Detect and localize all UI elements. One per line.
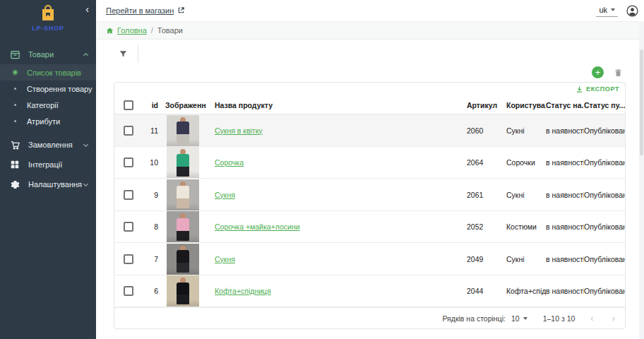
apps-icon [8,160,21,170]
next-page-button[interactable]: › [612,313,615,323]
add-product-button[interactable]: + [592,66,604,78]
table-row: 11 Сукня в квітку 2060 Сукні в наявності… [114,114,625,146]
row-publish-status: Опубліковано [584,222,625,231]
bullet-icon [8,120,21,122]
header-name: Назва продукту [206,101,467,109]
row-id: 7 [143,255,160,263]
sidebar-item-categories[interactable]: Категорії [0,97,96,113]
product-image [167,244,199,275]
cart-icon [8,140,21,150]
sidebar-item-label: Товари [28,50,84,59]
select-all-checkbox[interactable] [124,100,133,110]
gear-icon [8,179,21,190]
sidebar-item-product-list[interactable]: Список товарів [0,64,96,81]
row-stock-status: в наявності [546,191,584,199]
product-name-link[interactable]: Сукня [215,191,235,199]
table-row: 10 Сорочка 2064 Сорочки в наявності Опуб… [114,147,625,179]
caret-down-icon [611,8,615,11]
download-icon [576,85,583,93]
row-sku: 2049 [467,255,506,263]
sidebar-item-settings[interactable]: Налаштування [0,174,96,194]
row-category: Сукні [506,255,546,263]
caret-down-icon [523,317,527,320]
product-name-link[interactable]: Сукня в квітку [215,126,263,135]
rows-per-page-select[interactable]: 10 [511,314,527,323]
breadcrumb: Головна / Товари [96,21,644,40]
export-button[interactable]: ЕКСПОРТ [576,85,619,93]
header-id: id [143,101,160,109]
external-link-icon [177,6,185,16]
sidebar-item-products[interactable]: Товари [0,44,96,64]
sidebar-item-orders[interactable]: Замовлення [0,135,96,155]
table-row: 7 Сукня 2049 Сукні в наявності Опубліков… [114,243,625,275]
table-row: 8 Сорочка +майка+лосини 2052 Костюми в н… [114,211,625,243]
row-sku: 2052 [467,222,506,231]
sidebar-collapse-button[interactable]: ‹ [85,4,89,14]
delete-button[interactable] [614,68,623,78]
row-id: 11 [143,126,160,135]
inbox-icon [8,49,21,60]
row-checkbox[interactable] [124,190,133,200]
row-id: 6 [143,287,160,295]
go-to-store-link[interactable]: Перейти в магазин [106,6,185,16]
breadcrumb-separator: / [151,26,153,35]
page-scrollbar[interactable] [639,21,644,339]
rows-per-page-value: 10 [511,314,520,323]
sidebar-item-label: Замовлення [28,141,84,149]
store-link-label: Перейти в магазин [106,6,174,15]
table-pagination: Рядків на сторінці: 10 1–10 з 10 ‹ › [114,307,625,328]
row-checkbox[interactable] [124,157,133,167]
table-row: 9 Сукня 2061 Сукні в наявності Опубліков… [114,179,625,210]
sidebar-item-integrations[interactable]: Інтеграції [0,155,96,174]
row-checkbox[interactable] [124,254,133,264]
sidebar-item-attributes[interactable]: Атрибути [0,113,96,129]
row-sku: 2061 [467,191,506,199]
header-user: Користува... [506,101,546,109]
row-checkbox[interactable] [124,126,133,136]
product-image [167,179,199,210]
row-category: Кофта+спідниці [506,287,546,295]
chevron-down-icon [83,141,88,146]
row-checkbox[interactable] [124,222,133,232]
breadcrumb-home-label: Головна [117,26,147,35]
product-name-link[interactable]: Сукня [215,255,235,263]
sidebar: LP-SHOP ‹ Товари Список товарів Створенн… [0,0,96,339]
product-image [167,115,199,146]
chevron-down-icon [83,181,88,186]
filter-button[interactable] [119,49,128,59]
sidebar-subitem-label: Створення товару [27,85,93,93]
product-name-link[interactable]: Сорочка [215,158,244,167]
home-icon [106,27,114,35]
header-image: Зображення [160,101,206,109]
product-image [167,211,199,242]
topbar: Перейти в магазин uk [96,0,644,21]
row-sku: 2044 [467,287,506,295]
funnel-icon [119,49,128,59]
main-content: + ЕКСПОРТ id Зображення Назва продукту А… [96,40,644,339]
previous-page-button[interactable]: ‹ [590,313,593,323]
header-stock-status: Статус на... [546,101,584,109]
logo-text: LP-SHOP [0,25,96,32]
product-name-link[interactable]: Кофта+спідниця [215,287,271,295]
shopping-bag-logo-icon [40,5,56,23]
sidebar-subitem-label: Список товарів [27,69,81,77]
row-publish-status: Опубліковано [584,191,625,199]
row-id: 10 [143,158,160,167]
filter-toolbar [96,40,644,68]
row-sku: 2064 [467,158,506,167]
row-publish-status: Опубліковано [584,255,625,263]
account-button[interactable] [626,5,638,17]
row-stock-status: в наявності [546,255,584,263]
row-checkbox[interactable] [124,286,133,296]
product-image [167,147,199,178]
row-sku: 2060 [467,126,506,135]
person-icon [626,5,638,17]
row-publish-status: Опубліковано [584,126,625,135]
product-name-link[interactable]: Сорочка +майка+лосини [215,222,300,231]
table-actions: + [592,66,623,78]
sidebar-subitem-label: Категорії [27,101,59,109]
scrollbar-thumb[interactable] [640,49,643,155]
language-selector[interactable]: uk [596,4,618,17]
sidebar-item-create-product[interactable]: Створення товару [0,81,96,97]
breadcrumb-home-link[interactable]: Головна [106,26,147,35]
